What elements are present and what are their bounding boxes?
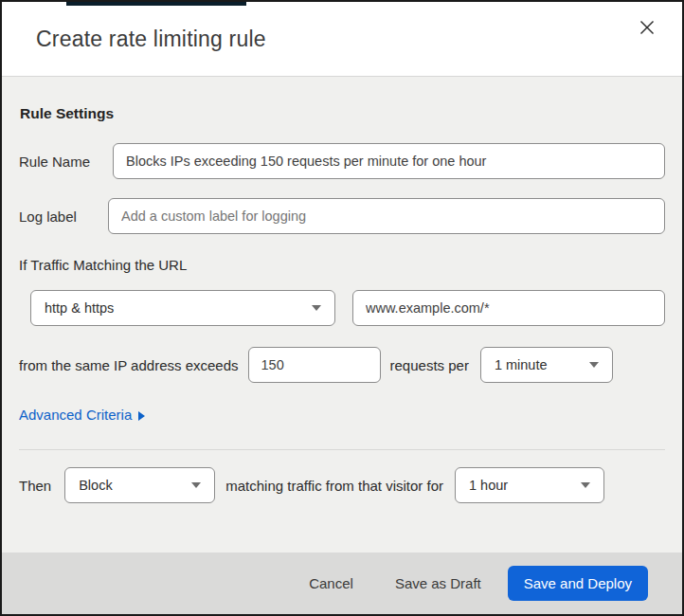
url-pattern-input[interactable] bbox=[352, 290, 665, 326]
chevron-down-icon bbox=[589, 362, 599, 368]
create-rate-limiting-rule-modal: Create rate limiting rule Rule Settings … bbox=[0, 0, 684, 616]
save-as-draft-button[interactable]: Save as Draft bbox=[395, 575, 481, 591]
action-select-value: Block bbox=[79, 478, 112, 493]
then-row: Then Block matching traffic from that vi… bbox=[19, 467, 665, 503]
chevron-down-icon bbox=[581, 482, 590, 488]
save-and-deploy-button[interactable]: Save and Deploy bbox=[508, 566, 648, 601]
cancel-button[interactable]: Cancel bbox=[309, 575, 353, 591]
threshold-middle: requests per bbox=[390, 357, 469, 373]
traffic-match-row: http & https bbox=[19, 290, 665, 326]
modal-header: Create rate limiting rule bbox=[2, 2, 682, 77]
threshold-prefix: from the same IP address exceeds bbox=[19, 357, 239, 373]
rule-settings-heading: Rule Settings bbox=[20, 105, 665, 122]
expand-arrow-icon bbox=[138, 411, 145, 421]
scheme-select-value: http & https bbox=[45, 300, 114, 316]
duration-select[interactable]: 1 hour bbox=[455, 467, 604, 503]
rule-name-label: Rule Name bbox=[19, 154, 113, 170]
rule-name-input[interactable] bbox=[113, 143, 665, 179]
section-divider bbox=[19, 449, 665, 450]
chevron-down-icon bbox=[191, 482, 201, 488]
modal-footer: Cancel Save as Draft Save and Deploy bbox=[2, 553, 682, 614]
request-count-input[interactable] bbox=[248, 347, 381, 383]
log-label-label: Log label bbox=[19, 208, 108, 225]
threshold-row: from the same IP address exceeds request… bbox=[19, 347, 665, 383]
period-select[interactable]: 1 minute bbox=[480, 347, 613, 383]
background-page-strip bbox=[66, 2, 246, 6]
then-label: Then bbox=[19, 478, 51, 494]
chevron-down-icon bbox=[312, 305, 321, 311]
period-select-value: 1 minute bbox=[495, 357, 548, 372]
close-button[interactable] bbox=[633, 14, 661, 43]
scheme-select[interactable]: http & https bbox=[30, 290, 335, 326]
log-label-row: Log label bbox=[19, 198, 665, 234]
close-icon bbox=[639, 20, 655, 38]
log-label-input[interactable] bbox=[108, 198, 665, 234]
duration-select-value: 1 hour bbox=[469, 478, 508, 493]
advanced-criteria-link[interactable]: Advanced Criteria bbox=[19, 407, 145, 423]
traffic-match-intro: If Traffic Matching the URL bbox=[19, 257, 665, 273]
modal-body: Rule Settings Rule Name Log label If Tra… bbox=[2, 77, 682, 553]
advanced-criteria-label: Advanced Criteria bbox=[19, 407, 132, 423]
rule-name-row: Rule Name bbox=[19, 143, 665, 179]
action-select[interactable]: Block bbox=[64, 467, 215, 503]
modal-title: Create rate limiting rule bbox=[36, 27, 266, 52]
then-middle-text: matching traffic from that visitor for bbox=[225, 478, 443, 494]
